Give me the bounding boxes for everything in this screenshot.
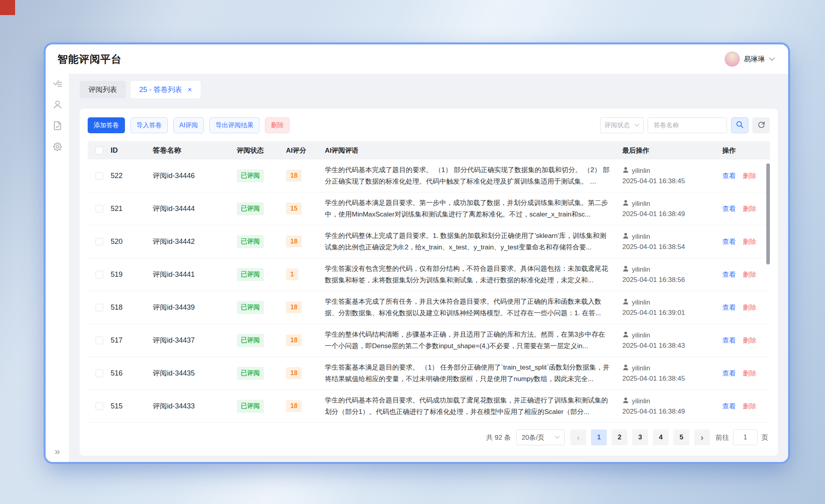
chevron-down-icon bbox=[555, 436, 560, 439]
toolbar-button-2[interactable]: AI评阅 bbox=[173, 117, 204, 133]
view-link[interactable]: 查看 bbox=[722, 402, 736, 410]
delete-link[interactable]: 删除 bbox=[743, 172, 756, 180]
answers-table: ID答卷名称评阅状态AI评分AI评阅评语最后操作操作 522评阅id-34446… bbox=[88, 141, 770, 422]
operator-name: yilinlin bbox=[632, 200, 650, 208]
page-button-1[interactable]: 1 bbox=[591, 429, 607, 445]
view-link[interactable]: 查看 bbox=[722, 205, 736, 213]
page-buttons: ‹ 12345 › bbox=[570, 429, 710, 445]
user-menu[interactable]: 易琳琳 bbox=[725, 52, 775, 67]
review-status-placeholder: 评阅状态 bbox=[604, 121, 630, 130]
status-badge: 已评阅 bbox=[237, 334, 264, 347]
row-checkbox[interactable] bbox=[96, 337, 103, 344]
cell-id: 515 bbox=[111, 402, 153, 410]
view-link[interactable]: 查看 bbox=[722, 271, 736, 278]
delete-link[interactable]: 删除 bbox=[743, 337, 756, 344]
view-link[interactable]: 查看 bbox=[722, 370, 736, 377]
tab-0[interactable]: 评阅列表 bbox=[80, 81, 126, 98]
main-content: 评阅列表25 - 答卷列表× 添加答卷导入答卷AI评阅导出评阅结果删除 评阅状态 bbox=[69, 74, 788, 462]
cell-last-operation: yilinlin2025-04-01 16:38:54 bbox=[622, 232, 722, 251]
review-status-select[interactable]: 评阅状态 bbox=[600, 117, 644, 133]
cell-last-operation: yilinlin2025-04-01 16:38:56 bbox=[622, 265, 722, 284]
row-checkbox[interactable] bbox=[96, 172, 103, 180]
search-icon bbox=[736, 121, 744, 130]
delete-link[interactable]: 删除 bbox=[743, 402, 756, 410]
cell-name: 评阅id-34446 bbox=[153, 171, 237, 180]
sidebar-collapse-icon[interactable]: » bbox=[55, 447, 60, 456]
operation-time: 2025-04-01 16:39:01 bbox=[622, 309, 722, 317]
refresh-button[interactable] bbox=[752, 117, 770, 133]
cell-comment: 学生答案基本完成了所有任务，并且大体符合题目要求。代码使用了正确的库和函数来载入… bbox=[325, 296, 622, 319]
score-badge: 1 bbox=[286, 268, 298, 280]
document-check-icon[interactable] bbox=[52, 121, 63, 131]
page-button-2[interactable]: 2 bbox=[612, 429, 627, 445]
tab-label: 评阅列表 bbox=[88, 85, 117, 94]
score-badge: 15 bbox=[286, 203, 302, 215]
delete-link[interactable]: 删除 bbox=[743, 205, 756, 213]
toolbar: 添加答卷导入答卷AI评阅导出评阅结果删除 评阅状态 bbox=[88, 117, 770, 133]
operation-time: 2025-04-01 16:38:45 bbox=[622, 177, 722, 185]
review-checklist-icon[interactable] bbox=[52, 79, 63, 89]
cell-name: 评阅id-34442 bbox=[153, 237, 237, 246]
user-icon[interactable] bbox=[52, 100, 63, 110]
row-checkbox[interactable] bbox=[96, 205, 103, 213]
cell-name: 评阅id-34433 bbox=[153, 401, 237, 411]
goto-page-input[interactable] bbox=[733, 429, 758, 445]
row-checkbox[interactable] bbox=[96, 304, 103, 311]
page-button-4[interactable]: 4 bbox=[653, 429, 669, 445]
answer-name-input[interactable] bbox=[648, 117, 727, 133]
cell-last-operation: yilinlin2025-04-01 16:38:49 bbox=[622, 199, 722, 218]
delete-link[interactable]: 删除 bbox=[743, 304, 756, 311]
operation-time: 2025-04-01 16:38:49 bbox=[622, 408, 722, 416]
settings-gear-icon[interactable] bbox=[52, 142, 63, 152]
page-size-select[interactable]: 20条/页 bbox=[516, 429, 565, 445]
operation-time: 2025-04-01 16:38:54 bbox=[622, 243, 722, 251]
column-header-last_op: 最后操作 bbox=[622, 146, 722, 155]
cell-comment: 学生的代码基本完成了题目的要求。 （1） 部分代码正确实现了数据集的加载和切分。… bbox=[325, 164, 622, 187]
delete-link[interactable]: 删除 bbox=[743, 271, 756, 278]
page-number-buttons: 12345 bbox=[591, 429, 689, 445]
chevron-down-icon bbox=[635, 124, 639, 127]
tab-1[interactable]: 25 - 答卷列表× bbox=[130, 81, 201, 98]
table-row: 519评阅id-34441已评阅1学生答案没有包含完整的代码，仅有部分结构，不符… bbox=[88, 258, 770, 291]
toolbar-button-0[interactable]: 添加答卷 bbox=[88, 117, 125, 133]
status-badge: 已评阅 bbox=[237, 400, 264, 413]
tab-bar: 评阅列表25 - 答卷列表× bbox=[80, 81, 778, 98]
column-header-name: 答卷名称 bbox=[153, 146, 237, 155]
person-icon bbox=[622, 232, 629, 241]
view-link[interactable]: 查看 bbox=[722, 304, 736, 311]
table-scrollbar[interactable] bbox=[766, 163, 770, 264]
operator-name: yilinlin bbox=[632, 167, 650, 175]
row-checkbox[interactable] bbox=[96, 238, 103, 245]
cell-id: 521 bbox=[111, 205, 153, 213]
tab-close-icon[interactable]: × bbox=[188, 86, 192, 93]
view-link[interactable]: 查看 bbox=[722, 337, 736, 344]
select-all-checkbox[interactable] bbox=[96, 147, 103, 154]
delete-link[interactable]: 删除 bbox=[743, 370, 756, 377]
table-row: 521评阅id-34444已评阅15学生的代码基本满足题目要求。第一步中，成功加… bbox=[88, 192, 770, 225]
row-checkbox[interactable] bbox=[96, 402, 103, 410]
table-header-row: ID答卷名称评阅状态AI评分AI评阅评语最后操作操作 bbox=[88, 141, 770, 159]
next-page-button[interactable]: › bbox=[694, 429, 710, 445]
row-checkbox[interactable] bbox=[96, 271, 103, 278]
cell-id: 516 bbox=[111, 369, 153, 378]
cell-name: 评阅id-34441 bbox=[153, 270, 237, 279]
page-button-5[interactable]: 5 bbox=[673, 429, 689, 445]
toolbar-button-1[interactable]: 导入答卷 bbox=[130, 117, 168, 133]
page-button-3[interactable]: 3 bbox=[632, 429, 648, 445]
toolbar-button-3[interactable]: 导出评阅结果 bbox=[209, 117, 259, 133]
view-link[interactable]: 查看 bbox=[722, 238, 736, 245]
search-button[interactable] bbox=[731, 117, 748, 133]
chevron-down-icon bbox=[769, 57, 775, 61]
cell-name: 评阅id-34444 bbox=[153, 204, 237, 213]
delete-link[interactable]: 删除 bbox=[743, 238, 756, 245]
view-link[interactable]: 查看 bbox=[722, 172, 736, 180]
column-header-status: 评阅状态 bbox=[237, 146, 286, 155]
app-body: » 评阅列表25 - 答卷列表× 添加答卷导入答卷AI评阅导出评阅结果删除 评阅… bbox=[46, 74, 788, 462]
toolbar-button-4[interactable]: 删除 bbox=[265, 117, 290, 133]
row-checkbox[interactable] bbox=[96, 370, 103, 377]
prev-page-button[interactable]: ‹ bbox=[570, 429, 586, 445]
avatar[interactable] bbox=[725, 52, 740, 67]
cell-comment: 学生的整体代码结构清晰，步骤基本正确，并且适用了正确的库和方法。然而，在第3步中… bbox=[325, 329, 622, 352]
operation-time: 2025-04-01 16:38:45 bbox=[622, 375, 722, 383]
operator-name: yilinlin bbox=[632, 364, 650, 372]
